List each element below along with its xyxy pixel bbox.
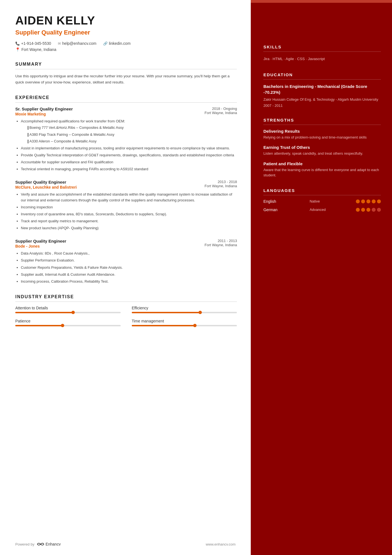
lang-dot <box>377 208 381 212</box>
progress-bar-3 <box>15 325 121 326</box>
bullet-item: Accomplished required qualifications for… <box>21 119 237 144</box>
exp-company-1: Moxie Marketing <box>15 112 73 116</box>
strengths-section: STRENGTHS Delivering Results Relying on … <box>263 118 381 178</box>
linkedin-item: 🔗 linkedin.com <box>103 41 131 46</box>
summary-section: SUMMARY Use this opportunity to intrigue… <box>15 62 237 85</box>
candidate-name: AIDEN KELLY <box>15 14 237 27</box>
bullet-item: Technical oriented in managing, preparin… <box>21 166 237 172</box>
progress-dot-3 <box>61 324 64 327</box>
exp-bullets-1: Accomplished required qualifications for… <box>15 119 237 172</box>
right-column: SKILLS Jira · HTML · Agile · CSS · Javas… <box>251 0 392 555</box>
phone-icon: 📞 <box>15 41 20 46</box>
skills-title: SKILLS <box>263 45 381 52</box>
contact-info: 📞 +1-914-345-5530 ✉ help@enhancv.com 🔗 l… <box>15 41 237 46</box>
header: AIDEN KELLY Supplier Quality Engineer 📞 … <box>15 14 237 52</box>
exp-header-2: Supplier Quality Engineer McClure, Leusc… <box>15 180 237 189</box>
exp-entry-3: Supplier Quality Engineer Bode - Jones 2… <box>15 239 237 284</box>
expertise-item-2: Efficiency <box>132 306 237 313</box>
lang-dot <box>372 208 376 212</box>
logo-icon <box>37 542 44 547</box>
exp-dates-1: 2018 - Ongoing <box>205 107 237 111</box>
strength-name-1: Delivering Results <box>263 129 381 134</box>
exp-role-3: Supplier Quality Engineer Bode - Jones <box>15 239 66 248</box>
lang-name-german: German <box>263 208 286 212</box>
strength-desc-1: Relying on a mix of problem-solving and … <box>263 135 381 140</box>
exp-header-3: Supplier Quality Engineer Bode - Jones 2… <box>15 239 237 248</box>
strength-desc-2: Listen attentively, speak candidly, and … <box>263 151 381 156</box>
email-item: ✉ help@enhancv.com <box>58 41 96 46</box>
exp-meta-3: 2011 - 2013 Fort Wayne, Indiana <box>205 239 237 247</box>
strength-desc-3: Aware that the learning curve is differe… <box>263 167 381 178</box>
phone-item: 📞 +1-914-345-5530 <box>15 41 51 46</box>
bullet-item: Inventory cost of quarantine area, 8D's … <box>21 211 237 217</box>
location-row: 📍 Fort Wayne, Indiana <box>15 47 237 52</box>
bullet-item: Accountable for supplier surveillance an… <box>21 159 237 165</box>
bullet-item: Provide Quality Technical interpretation… <box>21 152 237 158</box>
progress-bar-1 <box>15 312 121 313</box>
exp-bullets-3: Data Analysis: 8Ds , Root Cause Analysis… <box>15 251 237 284</box>
bullet-item: Incoming inspection <box>21 204 237 210</box>
expertise-label-3: Patience <box>15 319 121 323</box>
lang-level-english: Native <box>310 199 332 203</box>
exp-role-2: Supplier Quality Engineer McClure, Leusc… <box>15 180 77 189</box>
progress-dot-1 <box>71 311 75 314</box>
sub-bullet-item: Boeing 777 Vert.&Horiz.Ribs – Composites… <box>26 125 237 130</box>
exp-role-1: Sr. Supplier Quality Engineer Moxie Mark… <box>15 107 73 116</box>
exp-location-3: Fort Wayne, Indiana <box>205 243 237 247</box>
footer-website: www.enhancv.com <box>206 542 235 546</box>
enhancv-logo: Enhancv <box>37 542 61 547</box>
progress-fill-2 <box>132 312 200 313</box>
progress-dot-4 <box>193 324 197 327</box>
left-column: AIDEN KELLY Supplier Quality Engineer 📞 … <box>0 0 251 555</box>
powered-by-text: Powered by <box>15 542 34 546</box>
strength-item-1: Delivering Results Relying on a mix of p… <box>263 129 381 140</box>
experience-title: EXPERIENCE <box>15 95 237 103</box>
lang-level-german: Advanced <box>310 208 332 212</box>
bullet-item: Supplier Performance Evaluation. <box>21 258 237 263</box>
progress-bar-4 <box>132 325 237 326</box>
education-title: EDUCATION <box>263 72 381 80</box>
lang-dot <box>356 208 360 212</box>
exp-entry-2: Supplier Quality Engineer McClure, Leusc… <box>15 180 237 231</box>
linkedin-url: linkedin.com <box>109 41 131 46</box>
languages-title: LANGUAGES <box>263 188 381 195</box>
lang-dot <box>372 199 376 203</box>
bullet-item: Track and report quality metrics to mana… <box>21 218 237 224</box>
expertise-label-1: Attention to Details <box>15 306 121 310</box>
lang-dots-english <box>356 199 381 203</box>
strength-name-2: Earning Trust of Others <box>263 145 381 150</box>
lang-dot <box>377 199 381 203</box>
exp-meta-2: 2013 - 2018 Fort Wayne, Indiana <box>205 180 237 188</box>
expertise-item-3: Patience <box>15 319 121 326</box>
expertise-item-4: Time management <box>132 319 237 326</box>
lang-dot <box>361 199 365 203</box>
industry-expertise-title: INDUSTRY EXPERTISE <box>15 294 237 302</box>
languages-section: LANGUAGES English Native German Advanced <box>263 188 381 212</box>
exp-company-2: McClure, Leuschke and Balistreri <box>15 185 77 189</box>
lang-item-german: German Advanced <box>263 208 381 212</box>
bullet-item: New product launches (APQP- Quality Plan… <box>21 225 237 231</box>
link-icon: 🔗 <box>103 41 108 46</box>
skills-section: SKILLS Jira · HTML · Agile · CSS · Javas… <box>263 45 381 62</box>
exp-location-1: Fort Wayne, Indiana <box>205 111 237 115</box>
exp-company-3: Bode - Jones <box>15 244 66 248</box>
education-section: EDUCATION Bachelors in Engineering - Mec… <box>263 72 381 108</box>
progress-fill-3 <box>15 325 63 326</box>
exp-bullets-2: Verify and assure the accomplishment of … <box>15 192 237 231</box>
industry-expertise-section: INDUSTRY EXPERTISE Attention to Details … <box>15 294 237 326</box>
strength-item-2: Earning Trust of Others Listen attentive… <box>263 145 381 156</box>
experience-section: EXPERIENCE Sr. Supplier Quality Engineer… <box>15 95 237 284</box>
summary-title: SUMMARY <box>15 62 237 69</box>
sub-bullet-item: A380 Flap Track Fairing – Composite & Me… <box>26 132 237 137</box>
exp-role-label-1: Sr. Supplier Quality Engineer <box>15 107 73 111</box>
location-icon: 📍 <box>15 47 20 52</box>
lang-dot <box>361 208 365 212</box>
lang-name-english: English <box>263 199 286 204</box>
sub-bullets-1: Boeing 777 Vert.&Horiz.Ribs – Composites… <box>21 125 237 144</box>
exp-role-label-3: Supplier Quality Engineer <box>15 239 66 243</box>
bullet-item: Customer Reports Preparations, Yields & … <box>21 265 237 270</box>
exp-dates-3: 2011 - 2013 <box>205 239 237 243</box>
job-title: Supplier Quality Engineer <box>15 29 237 36</box>
lang-dot <box>366 208 370 212</box>
edu-degree: Bachelors in Engineering - Mechanical (G… <box>263 83 381 95</box>
